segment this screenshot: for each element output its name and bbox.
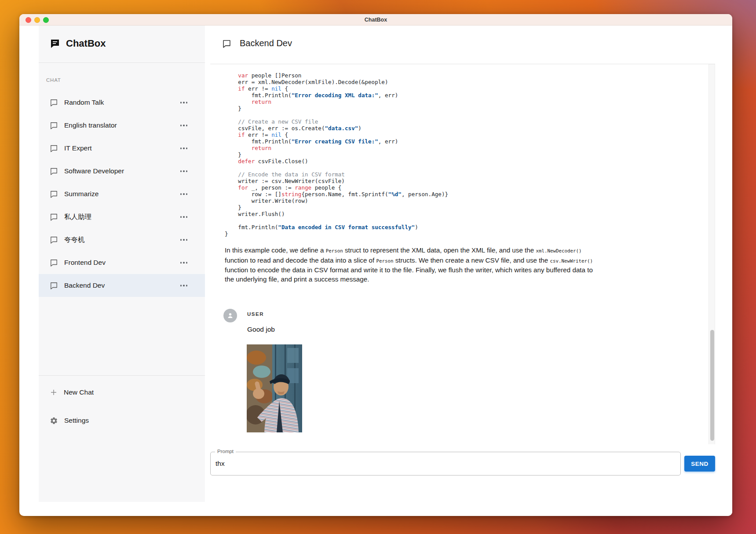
sidebar-item-summarize[interactable]: Summarize <box>39 183 205 205</box>
code-block: var people []Person err = xml.NewDecoder… <box>225 72 448 237</box>
person-icon <box>226 311 234 320</box>
new-chat-button[interactable]: New Chat <box>39 381 205 404</box>
more-options-icon[interactable] <box>180 170 188 172</box>
explanation-text: In this example code, we define a Person… <box>225 246 599 284</box>
minimize-window-button[interactable] <box>34 17 40 23</box>
chat-section-label: CHAT <box>46 77 61 83</box>
sidebar-item-english-translator[interactable]: English translator <box>39 114 205 137</box>
chat-bubble-icon <box>50 167 58 176</box>
close-window-button[interactable] <box>26 17 31 23</box>
app-logo-row: ChatBox <box>50 38 106 49</box>
gear-icon <box>50 417 58 425</box>
chat-bubble-icon <box>50 213 58 221</box>
chatbox-logo-icon <box>50 38 60 49</box>
chat-bubble-icon <box>222 39 231 48</box>
user-message-text: Good job <box>247 326 275 333</box>
settings-label: Settings <box>64 417 89 424</box>
more-options-icon[interactable] <box>180 124 188 126</box>
more-options-icon[interactable] <box>180 147 188 149</box>
prompt-field: Prompt <box>210 452 681 475</box>
sidebar-item-backend-dev[interactable]: Backend Dev <box>39 274 205 297</box>
chat-bubble-icon <box>50 282 58 290</box>
more-options-icon[interactable] <box>180 262 188 263</box>
prompt-input[interactable] <box>215 452 673 475</box>
sidebar-item-label: Random Talk <box>64 99 104 106</box>
chat-list: Random TalkEnglish translatorIT ExpertSo… <box>39 91 205 297</box>
chat-bubble-icon <box>50 236 58 244</box>
scrollbar-thumb[interactable] <box>710 330 714 441</box>
chat-bubble-icon <box>50 99 58 107</box>
sidebar-item-夸夸机[interactable]: 夸夸机 <box>39 228 205 251</box>
sidebar-divider-top <box>39 62 205 63</box>
sidebar-item-label: Frontend Dev <box>64 259 106 267</box>
more-options-icon[interactable] <box>180 216 188 218</box>
messages-scroll-area[interactable]: var people []Person err = xml.NewDecoder… <box>210 64 709 444</box>
sidebar-item-label: 私人助理 <box>64 212 91 222</box>
chat-bubble-icon <box>50 259 58 267</box>
sidebar-item-label: English translator <box>64 121 117 129</box>
chat-bubble-icon <box>50 121 58 130</box>
main-pane: Backend Dev var people []Person err = xm… <box>205 26 732 516</box>
more-options-icon[interactable] <box>180 285 188 286</box>
plus-icon <box>50 388 58 396</box>
sidebar-item-label: Summarize <box>64 190 99 198</box>
send-button[interactable]: SEND <box>684 456 715 472</box>
app-name: ChatBox <box>66 38 106 49</box>
chat-bubble-icon <box>50 190 58 198</box>
sidebar: ChatBox CHAT Random TalkEnglish translat… <box>39 26 205 502</box>
new-chat-label: New Chat <box>64 388 94 396</box>
sidebar-item-label: Backend Dev <box>64 282 105 289</box>
titlebar: ChatBox <box>19 14 732 26</box>
traffic-lights <box>26 17 49 23</box>
more-options-icon[interactable] <box>180 193 188 195</box>
scrollbar-track[interactable] <box>709 64 715 444</box>
user-avatar <box>223 309 237 322</box>
sidebar-item-私人助理[interactable]: 私人助理 <box>39 205 205 228</box>
more-options-icon[interactable] <box>180 239 188 241</box>
message-role-label: USER <box>247 311 264 317</box>
chat-bubble-icon <box>50 144 58 153</box>
sidebar-item-it-expert[interactable]: IT Expert <box>39 137 205 160</box>
window-title: ChatBox <box>365 17 387 23</box>
sidebar-item-label: Software Developer <box>64 167 124 175</box>
sidebar-item-software-developer[interactable]: Software Developer <box>39 160 205 183</box>
sidebar-item-frontend-dev[interactable]: Frontend Dev <box>39 251 205 274</box>
app-window: ChatBox ChatBox CHAT Random TalkEnglish … <box>19 14 732 516</box>
sidebar-divider-bottom <box>39 375 205 376</box>
sidebar-item-label: IT Expert <box>64 144 92 152</box>
sidebar-item-label: 夸夸机 <box>64 235 85 245</box>
user-photo <box>247 344 302 432</box>
settings-button[interactable]: Settings <box>39 409 205 432</box>
zoom-window-button[interactable] <box>43 17 49 23</box>
sidebar-item-random-talk[interactable]: Random Talk <box>39 91 205 114</box>
conversation-title: Backend Dev <box>240 38 292 48</box>
more-options-icon[interactable] <box>180 102 188 103</box>
